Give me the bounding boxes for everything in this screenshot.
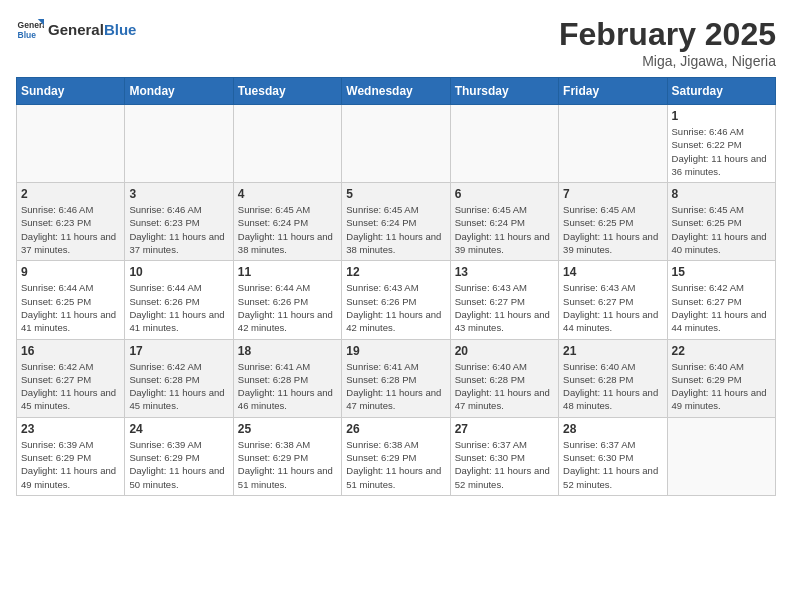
day-info: Sunrise: 6:38 AM Sunset: 6:29 PM Dayligh…: [238, 438, 337, 491]
calendar-day-cell: 25Sunrise: 6:38 AM Sunset: 6:29 PM Dayli…: [233, 417, 341, 495]
calendar-day-cell: 13Sunrise: 6:43 AM Sunset: 6:27 PM Dayli…: [450, 261, 558, 339]
day-number: 5: [346, 187, 445, 201]
day-number: 21: [563, 344, 662, 358]
calendar-day-cell: 24Sunrise: 6:39 AM Sunset: 6:29 PM Dayli…: [125, 417, 233, 495]
day-number: 22: [672, 344, 771, 358]
calendar-table: SundayMondayTuesdayWednesdayThursdayFrid…: [16, 77, 776, 496]
day-number: 1: [672, 109, 771, 123]
calendar-day-cell: 23Sunrise: 6:39 AM Sunset: 6:29 PM Dayli…: [17, 417, 125, 495]
day-number: 12: [346, 265, 445, 279]
weekday-header: Monday: [125, 78, 233, 105]
calendar-day-cell: 28Sunrise: 6:37 AM Sunset: 6:30 PM Dayli…: [559, 417, 667, 495]
page-header: General Blue GeneralBlue February 2025 M…: [16, 16, 776, 69]
calendar-day-cell: 22Sunrise: 6:40 AM Sunset: 6:29 PM Dayli…: [667, 339, 775, 417]
day-info: Sunrise: 6:38 AM Sunset: 6:29 PM Dayligh…: [346, 438, 445, 491]
day-number: 16: [21, 344, 120, 358]
weekday-header: Tuesday: [233, 78, 341, 105]
day-number: 27: [455, 422, 554, 436]
calendar-day-cell: 18Sunrise: 6:41 AM Sunset: 6:28 PM Dayli…: [233, 339, 341, 417]
day-info: Sunrise: 6:41 AM Sunset: 6:28 PM Dayligh…: [238, 360, 337, 413]
calendar-day-cell: 14Sunrise: 6:43 AM Sunset: 6:27 PM Dayli…: [559, 261, 667, 339]
calendar-week-row: 2Sunrise: 6:46 AM Sunset: 6:23 PM Daylig…: [17, 183, 776, 261]
calendar-day-cell: 7Sunrise: 6:45 AM Sunset: 6:25 PM Daylig…: [559, 183, 667, 261]
day-number: 6: [455, 187, 554, 201]
day-info: Sunrise: 6:45 AM Sunset: 6:24 PM Dayligh…: [455, 203, 554, 256]
calendar-day-cell: 3Sunrise: 6:46 AM Sunset: 6:23 PM Daylig…: [125, 183, 233, 261]
day-info: Sunrise: 6:44 AM Sunset: 6:25 PM Dayligh…: [21, 281, 120, 334]
calendar-day-cell: 1Sunrise: 6:46 AM Sunset: 6:22 PM Daylig…: [667, 105, 775, 183]
day-number: 28: [563, 422, 662, 436]
day-number: 2: [21, 187, 120, 201]
day-number: 20: [455, 344, 554, 358]
day-number: 9: [21, 265, 120, 279]
weekday-header: Friday: [559, 78, 667, 105]
weekday-header: Thursday: [450, 78, 558, 105]
calendar-week-row: 16Sunrise: 6:42 AM Sunset: 6:27 PM Dayli…: [17, 339, 776, 417]
calendar-day-cell: [125, 105, 233, 183]
calendar-day-cell: [233, 105, 341, 183]
calendar-week-row: 1Sunrise: 6:46 AM Sunset: 6:22 PM Daylig…: [17, 105, 776, 183]
day-info: Sunrise: 6:45 AM Sunset: 6:25 PM Dayligh…: [672, 203, 771, 256]
weekday-header: Wednesday: [342, 78, 450, 105]
day-number: 7: [563, 187, 662, 201]
calendar-day-cell: 15Sunrise: 6:42 AM Sunset: 6:27 PM Dayli…: [667, 261, 775, 339]
day-number: 18: [238, 344, 337, 358]
day-number: 25: [238, 422, 337, 436]
day-info: Sunrise: 6:46 AM Sunset: 6:23 PM Dayligh…: [21, 203, 120, 256]
calendar-day-cell: 9Sunrise: 6:44 AM Sunset: 6:25 PM Daylig…: [17, 261, 125, 339]
calendar-day-cell: [559, 105, 667, 183]
day-info: Sunrise: 6:37 AM Sunset: 6:30 PM Dayligh…: [455, 438, 554, 491]
day-info: Sunrise: 6:42 AM Sunset: 6:28 PM Dayligh…: [129, 360, 228, 413]
day-number: 24: [129, 422, 228, 436]
logo-icon: General Blue: [16, 16, 44, 44]
day-number: 3: [129, 187, 228, 201]
calendar-day-cell: 16Sunrise: 6:42 AM Sunset: 6:27 PM Dayli…: [17, 339, 125, 417]
calendar-day-cell: [450, 105, 558, 183]
day-number: 26: [346, 422, 445, 436]
calendar-day-cell: 5Sunrise: 6:45 AM Sunset: 6:24 PM Daylig…: [342, 183, 450, 261]
day-info: Sunrise: 6:46 AM Sunset: 6:23 PM Dayligh…: [129, 203, 228, 256]
day-info: Sunrise: 6:45 AM Sunset: 6:24 PM Dayligh…: [346, 203, 445, 256]
weekday-header: Saturday: [667, 78, 775, 105]
calendar-day-cell: 11Sunrise: 6:44 AM Sunset: 6:26 PM Dayli…: [233, 261, 341, 339]
day-number: 4: [238, 187, 337, 201]
day-number: 13: [455, 265, 554, 279]
calendar-day-cell: 8Sunrise: 6:45 AM Sunset: 6:25 PM Daylig…: [667, 183, 775, 261]
day-info: Sunrise: 6:42 AM Sunset: 6:27 PM Dayligh…: [672, 281, 771, 334]
calendar-week-row: 23Sunrise: 6:39 AM Sunset: 6:29 PM Dayli…: [17, 417, 776, 495]
day-info: Sunrise: 6:43 AM Sunset: 6:26 PM Dayligh…: [346, 281, 445, 334]
day-info: Sunrise: 6:44 AM Sunset: 6:26 PM Dayligh…: [129, 281, 228, 334]
svg-text:Blue: Blue: [18, 30, 37, 40]
calendar-day-cell: [342, 105, 450, 183]
calendar-day-cell: 2Sunrise: 6:46 AM Sunset: 6:23 PM Daylig…: [17, 183, 125, 261]
location-subtitle: Miga, Jigawa, Nigeria: [559, 53, 776, 69]
day-info: Sunrise: 6:39 AM Sunset: 6:29 PM Dayligh…: [21, 438, 120, 491]
calendar-day-cell: 26Sunrise: 6:38 AM Sunset: 6:29 PM Dayli…: [342, 417, 450, 495]
day-info: Sunrise: 6:46 AM Sunset: 6:22 PM Dayligh…: [672, 125, 771, 178]
day-info: Sunrise: 6:43 AM Sunset: 6:27 PM Dayligh…: [455, 281, 554, 334]
day-info: Sunrise: 6:45 AM Sunset: 6:25 PM Dayligh…: [563, 203, 662, 256]
day-info: Sunrise: 6:41 AM Sunset: 6:28 PM Dayligh…: [346, 360, 445, 413]
day-info: Sunrise: 6:40 AM Sunset: 6:28 PM Dayligh…: [455, 360, 554, 413]
day-number: 23: [21, 422, 120, 436]
weekday-header: Sunday: [17, 78, 125, 105]
calendar-day-cell: 19Sunrise: 6:41 AM Sunset: 6:28 PM Dayli…: [342, 339, 450, 417]
calendar-day-cell: 27Sunrise: 6:37 AM Sunset: 6:30 PM Dayli…: [450, 417, 558, 495]
calendar-header-row: SundayMondayTuesdayWednesdayThursdayFrid…: [17, 78, 776, 105]
calendar-day-cell: 10Sunrise: 6:44 AM Sunset: 6:26 PM Dayli…: [125, 261, 233, 339]
logo-blue-text: Blue: [104, 21, 137, 38]
day-info: Sunrise: 6:44 AM Sunset: 6:26 PM Dayligh…: [238, 281, 337, 334]
calendar-day-cell: 20Sunrise: 6:40 AM Sunset: 6:28 PM Dayli…: [450, 339, 558, 417]
day-info: Sunrise: 6:37 AM Sunset: 6:30 PM Dayligh…: [563, 438, 662, 491]
calendar-day-cell: 21Sunrise: 6:40 AM Sunset: 6:28 PM Dayli…: [559, 339, 667, 417]
day-info: Sunrise: 6:40 AM Sunset: 6:29 PM Dayligh…: [672, 360, 771, 413]
logo: General Blue GeneralBlue: [16, 16, 136, 44]
day-info: Sunrise: 6:40 AM Sunset: 6:28 PM Dayligh…: [563, 360, 662, 413]
day-number: 19: [346, 344, 445, 358]
day-number: 8: [672, 187, 771, 201]
logo-general-text: General: [48, 21, 104, 38]
day-number: 15: [672, 265, 771, 279]
day-number: 10: [129, 265, 228, 279]
title-block: February 2025 Miga, Jigawa, Nigeria: [559, 16, 776, 69]
calendar-day-cell: 17Sunrise: 6:42 AM Sunset: 6:28 PM Dayli…: [125, 339, 233, 417]
